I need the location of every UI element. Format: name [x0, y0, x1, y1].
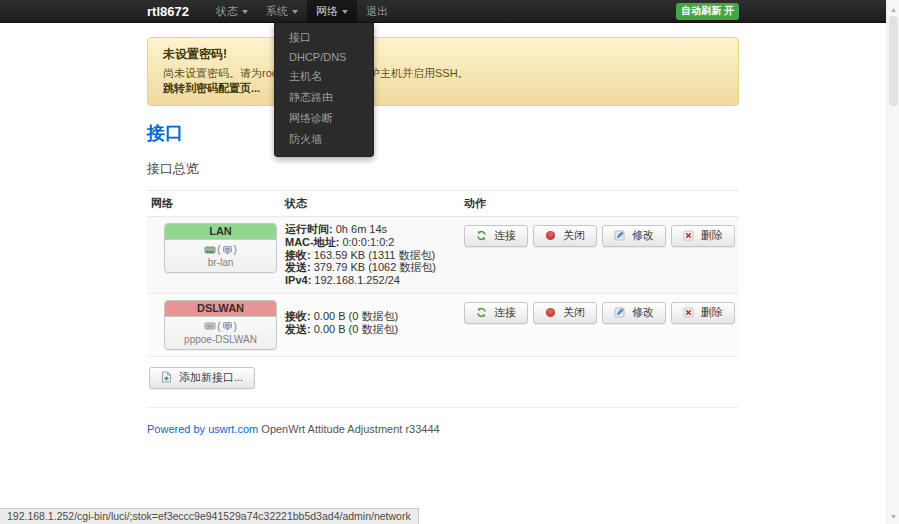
lan-device-icons: ( ) [167, 243, 274, 256]
pppoe-port-icon [222, 321, 233, 331]
column-header-network: 网络 [147, 191, 281, 217]
status-line: 发送: 0.00 B (0 数据包) [285, 323, 456, 336]
status-line: MAC-地址: 0:0:0:1:0:2 [285, 236, 456, 249]
table-row-lan: LAN ( ) br-lan [147, 217, 739, 294]
nav-item-system-label: 系统 [266, 4, 288, 19]
footer: Powered by uswrt.com OpenWrt Attitude Ad… [147, 423, 739, 435]
password-warning-alert: 未设置密码! 尚未设置密码。请为root用户设置密码以保护主机并启用SSH。 跳… [147, 37, 739, 106]
network-dropdown-menu: 接口 DHCP/DNS 主机名 静态路由 网络诊断 防火墙 [274, 23, 374, 157]
nav-item-system[interactable]: 系统 [257, 0, 307, 23]
lan-badge: LAN [165, 224, 276, 240]
column-header-actions: 动作 [460, 191, 739, 217]
delete-icon [683, 230, 694, 241]
nav-item-logout-label: 退出 [366, 4, 388, 19]
footer-divider [147, 407, 739, 408]
scrollbar-thumb[interactable] [889, 16, 898, 106]
alert-body-text: 尚未设置密码。请为root用户设置密码以保护主机并启用SSH。 [163, 67, 723, 80]
caret-down-icon [292, 10, 298, 14]
page-title: 接口 [147, 121, 739, 145]
ethernet-icon [204, 245, 216, 255]
powered-by-link[interactable]: Powered by uswrt.com [147, 423, 258, 435]
shutdown-button-label: 关闭 [563, 305, 585, 320]
connect-button[interactable]: 连接 [464, 225, 528, 247]
scroll-down-icon[interactable]: ▼ [887, 513, 899, 520]
status-line: 运行时间: 0h 6m 14s [285, 223, 456, 236]
status-line: 接收: 163.59 KB (1311 数据包) [285, 249, 456, 262]
menu-item-diagnostics[interactable]: 网络诊断 [275, 108, 373, 129]
dslwan-interface-box: DSLWAN ( ) pppoe-DSLWAN [164, 300, 277, 350]
edit-button[interactable]: 修改 [602, 225, 666, 247]
connect-button-label: 连接 [494, 305, 516, 320]
caret-down-icon [342, 10, 348, 14]
section-title: 接口总览 [147, 160, 739, 178]
lan-interface-box: LAN ( ) br-lan [164, 223, 277, 273]
add-interface-button-label: 添加新接口... [179, 370, 243, 385]
caret-down-icon [242, 10, 248, 14]
edit-button-label: 修改 [632, 228, 654, 243]
status-line: 发送: 379.79 KB (1062 数据包) [285, 261, 456, 274]
connect-button-label: 连接 [494, 228, 516, 243]
dslwan-badge: DSLWAN [165, 301, 276, 317]
menu-item-hostname[interactable]: 主机名 [275, 66, 373, 87]
menu-item-interfaces[interactable]: 接口 [275, 27, 373, 48]
delete-button-label: 删除 [701, 228, 723, 243]
delete-button[interactable]: 删除 [671, 225, 735, 247]
lan-device-name: br-lan [167, 257, 274, 268]
top-navbar: rtl8672 状态 系统 网络 退出 自动刷新 开 接口 DHCP/DNS 主 [0, 0, 886, 23]
bridge-port-icon [222, 245, 233, 255]
nav-item-status[interactable]: 状态 [207, 0, 257, 23]
vertical-scrollbar[interactable]: ▲ ▼ [886, 0, 899, 524]
menu-item-dhcp-dns[interactable]: DHCP/DNS [275, 48, 373, 66]
menu-item-firewall[interactable]: 防火墙 [275, 129, 373, 150]
connect-button[interactable]: 连接 [464, 302, 528, 324]
scroll-up-icon[interactable]: ▲ [887, 6, 899, 13]
delete-icon [683, 307, 694, 318]
brand-logo[interactable]: rtl8672 [147, 4, 189, 19]
reconnect-icon [476, 230, 487, 241]
edit-icon [614, 307, 625, 318]
edit-button-label: 修改 [632, 305, 654, 320]
status-line: IPv4: 192.168.1.252/24 [285, 274, 456, 287]
interfaces-table: 网络 状态 动作 LAN ( [147, 190, 739, 357]
column-header-status: 状态 [281, 191, 460, 217]
delete-button[interactable]: 删除 [671, 302, 735, 324]
shutdown-icon [545, 307, 556, 318]
table-row-dslwan: DSLWAN ( ) pppoe-DSLWAN [147, 293, 739, 356]
page: rtl8672 状态 系统 网络 退出 自动刷新 开 接口 DHCP/DNS 主 [0, 0, 886, 435]
nav-item-network[interactable]: 网络 [307, 0, 357, 23]
edit-icon [614, 230, 625, 241]
goto-password-config-link[interactable]: 跳转到密码配置页... [163, 81, 260, 96]
status-line: 接收: 0.00 B (0 数据包) [285, 310, 456, 323]
nav-item-logout[interactable]: 退出 [357, 0, 397, 23]
footer-version-text: OpenWrt Attitude Adjustment r33444 [258, 423, 439, 435]
reconnect-icon [476, 307, 487, 318]
autorefresh-toggle[interactable]: 自动刷新 开 [676, 3, 739, 20]
shutdown-icon [545, 230, 556, 241]
nav-item-network-label: 网络 [316, 4, 338, 19]
nav-item-status-label: 状态 [216, 4, 238, 19]
dsl-icon [204, 321, 216, 331]
edit-button[interactable]: 修改 [602, 302, 666, 324]
add-interface-button[interactable]: 添加新接口... [149, 367, 255, 389]
add-page-icon [161, 371, 172, 383]
shutdown-button[interactable]: 关闭 [533, 302, 597, 324]
dslwan-device-icons: ( ) [167, 320, 274, 333]
shutdown-button[interactable]: 关闭 [533, 225, 597, 247]
alert-title: 未设置密码! [163, 46, 723, 63]
browser-status-bar: 192.168.1.252/cgi-bin/luci/;stok=ef3eccc… [0, 508, 419, 524]
menu-item-static-routes[interactable]: 静态路由 [275, 87, 373, 108]
shutdown-button-label: 关闭 [563, 228, 585, 243]
dslwan-device-name: pppoe-DSLWAN [167, 334, 274, 345]
delete-button-label: 删除 [701, 305, 723, 320]
